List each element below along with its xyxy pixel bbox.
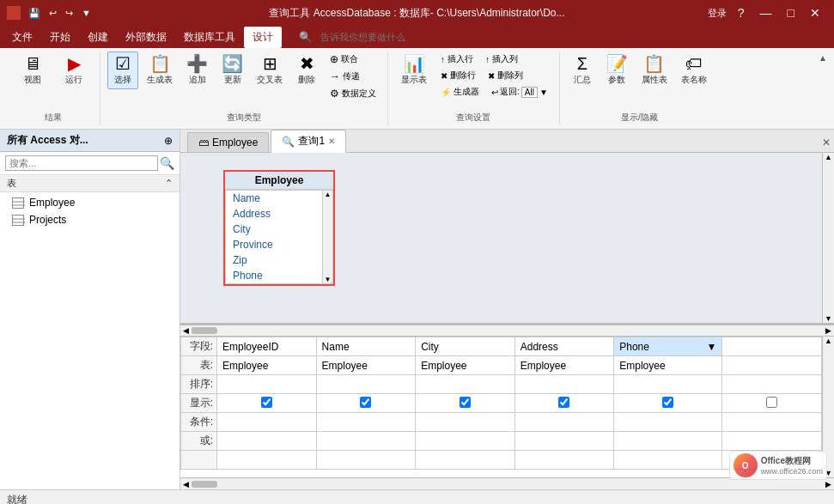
grid-field-4-arrow[interactable]: ▼: [706, 341, 716, 353]
sidebar-item-projects[interactable]: Projects: [0, 211, 180, 228]
show-check-0[interactable]: [261, 397, 272, 408]
grid-criteria-3[interactable]: [514, 413, 614, 432]
totals-button[interactable]: Σ 汇总: [567, 52, 598, 89]
make-table-button[interactable]: 📋 生成表: [142, 52, 178, 89]
table-names-button[interactable]: 🏷 表名称: [676, 52, 712, 89]
field-address[interactable]: Address: [226, 206, 332, 222]
passthrough-button[interactable]: →传递: [326, 69, 380, 84]
ribbon-search-input[interactable]: [315, 30, 453, 44]
show-check-3[interactable]: [558, 397, 569, 408]
grid-hscroll-left[interactable]: ◀: [180, 480, 192, 489]
show-check-4[interactable]: [662, 397, 673, 408]
crosstab-button[interactable]: ⊞ 交叉表: [252, 52, 288, 89]
field-phone[interactable]: Phone: [226, 268, 332, 283]
delete-col-button[interactable]: ✖删除列: [484, 68, 527, 83]
close-button[interactable]: ✕: [803, 4, 827, 21]
tab-employee[interactable]: 🗃 Employee: [187, 132, 269, 152]
grid-criteria-1[interactable]: [316, 413, 416, 432]
select-button[interactable]: ☑ 选择: [107, 52, 138, 89]
grid-sort-3[interactable]: [514, 375, 614, 394]
property-sheet-button[interactable]: 📋 属性表: [636, 52, 673, 89]
show-table-button[interactable]: 📊 显示表: [395, 52, 433, 89]
grid-field-4[interactable]: Phone ▼: [614, 337, 722, 356]
delete-row-button[interactable]: ✖删除行: [436, 68, 480, 83]
tab-query1[interactable]: 🔍 查询1 ✕: [271, 130, 346, 153]
union-button[interactable]: ⊕联合: [326, 52, 380, 67]
insert-col-button[interactable]: ↑插入列: [481, 52, 522, 67]
show-check-5[interactable]: [766, 397, 777, 408]
menu-file[interactable]: 文件: [3, 27, 41, 48]
table-vscroll-up[interactable]: ▲: [825, 153, 832, 161]
show-check-1[interactable]: [360, 397, 371, 408]
grid-or-4[interactable]: [614, 432, 722, 451]
field-city[interactable]: City: [226, 222, 332, 237]
grid-show-1[interactable]: [316, 394, 416, 413]
update-button[interactable]: 🔄 更新: [216, 52, 248, 89]
search-input[interactable]: [5, 155, 158, 171]
grid-empty1-2[interactable]: [416, 451, 515, 470]
menu-design[interactable]: 设计: [244, 27, 282, 48]
grid-or-3[interactable]: [514, 432, 614, 451]
grid-table-1[interactable]: Employee: [316, 356, 416, 375]
grid-hscroll-right[interactable]: ▶: [823, 480, 834, 489]
grid-show-3[interactable]: [514, 394, 614, 413]
append-button[interactable]: ➕ 追加: [181, 52, 213, 89]
grid-criteria-4[interactable]: [614, 413, 722, 432]
grid-empty1-1[interactable]: [316, 451, 416, 470]
return-dropdown-icon[interactable]: ▼: [539, 88, 548, 97]
grid-sort-1[interactable]: [316, 375, 416, 394]
minimize-button[interactable]: —: [753, 4, 779, 21]
run-button[interactable]: ▶ 运行: [55, 52, 93, 89]
grid-table-2[interactable]: Employee: [416, 356, 515, 375]
grid-empty1-3[interactable]: [514, 451, 614, 470]
field-province[interactable]: Province: [226, 237, 332, 252]
field-name[interactable]: Name: [226, 191, 332, 206]
tab-query1-close[interactable]: ✕: [328, 137, 335, 146]
grid-table-3[interactable]: Employee: [514, 356, 614, 375]
data-definition-button[interactable]: ⚙数据定义: [326, 86, 380, 101]
grid-field-2[interactable]: City: [416, 337, 515, 356]
insert-row-button[interactable]: ↑插入行: [436, 52, 478, 67]
menu-create[interactable]: 创建: [79, 27, 117, 48]
grid-table-4[interactable]: Employee: [614, 356, 722, 375]
search-icon[interactable]: 🔍: [160, 156, 174, 170]
more-button[interactable]: ▼: [79, 7, 94, 19]
maximize-button[interactable]: □: [781, 4, 801, 21]
grid-table-5[interactable]: [722, 356, 822, 375]
undo-button[interactable]: ↩: [46, 7, 59, 20]
grid-or-5[interactable]: [722, 432, 822, 451]
grid-empty1-4[interactable]: [614, 451, 722, 470]
menu-database-tools[interactable]: 数据库工具: [175, 27, 244, 48]
field-scroll-up[interactable]: ▲: [325, 191, 332, 198]
grid-empty1-0[interactable]: [217, 451, 317, 470]
close-all-tabs-button[interactable]: ✕: [822, 137, 831, 149]
grid-sort-0[interactable]: [217, 375, 317, 394]
login-button[interactable]: 登录: [705, 4, 729, 21]
grid-sort-5[interactable]: [722, 375, 822, 394]
grid-sort-2[interactable]: [416, 375, 515, 394]
ribbon-collapse[interactable]: ▲: [819, 52, 827, 125]
field-zip[interactable]: Zip: [226, 252, 332, 268]
view-button[interactable]: 🖥 视图: [14, 52, 52, 89]
grid-field-0[interactable]: EmployeeID: [217, 337, 317, 356]
grid-show-5[interactable]: [722, 394, 822, 413]
return-value[interactable]: All: [521, 87, 538, 98]
grid-criteria-2[interactable]: [416, 413, 515, 432]
params-button[interactable]: 📝 参数: [601, 52, 633, 89]
grid-criteria-5[interactable]: [722, 413, 822, 432]
grid-or-1[interactable]: [316, 432, 416, 451]
delete-button[interactable]: ✖ 删除: [291, 52, 322, 89]
left-panel-menu-icon[interactable]: ⊕: [164, 135, 173, 147]
hscroll-right[interactable]: ▶: [823, 326, 834, 335]
grid-field-5[interactable]: [722, 337, 822, 356]
show-check-2[interactable]: [460, 397, 471, 408]
save-button[interactable]: 💾: [26, 7, 43, 20]
menu-home[interactable]: 开始: [41, 27, 79, 48]
grid-sort-4[interactable]: [614, 375, 722, 394]
redo-button[interactable]: ↪: [63, 7, 76, 20]
grid-or-0[interactable]: [217, 432, 317, 451]
grid-field-3[interactable]: Address: [514, 337, 614, 356]
table-vscroll-down[interactable]: ▼: [825, 314, 832, 323]
section-collapse-icon[interactable]: ⌃: [165, 178, 173, 189]
grid-field-1[interactable]: Name: [316, 337, 416, 356]
